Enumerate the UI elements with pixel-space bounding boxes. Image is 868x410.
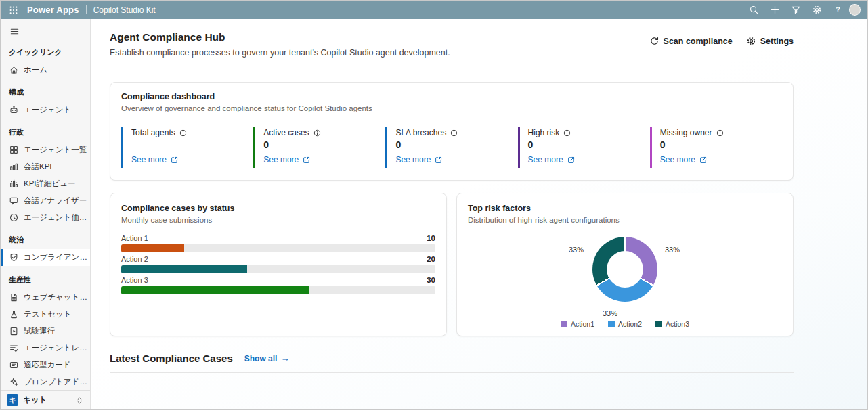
- sidebar-item-conversation-kpi[interactable]: 会話KPI: [1, 158, 90, 175]
- add-icon[interactable]: [767, 3, 782, 18]
- sidebar-item-label: 会話アナライザー: [24, 196, 87, 206]
- bar-category-label: Action 1: [121, 234, 148, 242]
- shield-check-icon: [9, 252, 19, 263]
- sidebar-item-agent-list[interactable]: エージェント一覧: [1, 141, 90, 158]
- avatar[interactable]: [849, 4, 861, 16]
- toolbar-button-label: Settings: [760, 37, 794, 46]
- sidebar-item-prompt-advisor[interactable]: プロンプトアドバイ...: [1, 373, 90, 390]
- environment-label: キット: [23, 395, 47, 405]
- kpi-value: 0: [528, 139, 645, 152]
- donut-chart: 33%33%33%: [592, 237, 657, 302]
- kpi-value: 0: [263, 139, 380, 152]
- info-icon[interactable]: [179, 129, 188, 137]
- topbar-divider: [86, 5, 87, 14]
- sidebar-item-agent-review[interactable]: エージェントレビュ...: [1, 340, 90, 357]
- scan-compliance-button[interactable]: Scan compliance: [649, 36, 733, 46]
- sidebar-item-home[interactable]: ホーム: [1, 62, 90, 78]
- see-more-link[interactable]: See more: [263, 155, 311, 164]
- info-icon[interactable]: [716, 129, 724, 137]
- settings-icon[interactable]: [809, 3, 824, 18]
- see-more-link[interactable]: See more: [131, 155, 179, 164]
- sidebar-item-label: テストセット: [24, 309, 72, 319]
- info-icon[interactable]: [563, 129, 571, 137]
- hamburger-icon[interactable]: [7, 25, 22, 39]
- sidebar-item-conversation-analyzer[interactable]: 会話アナライザー: [1, 192, 90, 209]
- environment-picker[interactable]: キ キット: [1, 390, 90, 409]
- refresh-icon: [649, 36, 659, 46]
- slice-label: 33%: [603, 309, 617, 317]
- see-more-link[interactable]: See more: [395, 155, 443, 164]
- sidebar-section-header: 行政: [1, 118, 90, 141]
- sidebar-item-adaptive-cards[interactable]: 適応型カード: [1, 357, 90, 373]
- flask-icon: [9, 309, 19, 319]
- kpi-value: 0: [660, 139, 777, 152]
- bar-row: Action 220: [121, 255, 435, 273]
- waffle-icon[interactable]: [5, 3, 22, 18]
- compliance-dashboard-card: Compliance dashboard Overview of governa…: [110, 82, 794, 181]
- kpi-active-cases: Active cases0See more: [253, 127, 385, 168]
- legend-swatch: [561, 321, 567, 327]
- sidebar-item-kpi-detail-view[interactable]: KPI詳細ビュー: [1, 175, 90, 192]
- legend-label: Action2: [618, 320, 642, 328]
- sidebar-item-agents[interactable]: エージェント: [1, 101, 90, 118]
- kpi-label: Active cases: [263, 128, 309, 137]
- legend-item: Action1: [561, 320, 594, 328]
- see-more-link[interactable]: See more: [660, 155, 708, 164]
- slice-label: 33%: [569, 246, 584, 254]
- external-link-icon: [567, 156, 576, 164]
- donut-hole: [607, 251, 643, 288]
- sidebar-item-test-set[interactable]: テストセット: [1, 306, 90, 323]
- external-link-icon: [434, 156, 443, 164]
- legend-item: Action2: [608, 320, 642, 328]
- clock-icon: [9, 212, 19, 223]
- kpi-total-agents: Total agentsSee more: [121, 127, 253, 168]
- see-more-label: See more: [395, 155, 431, 164]
- bar-value-label: 10: [427, 234, 435, 242]
- app-name: Copilot Studio Kit: [93, 5, 156, 15]
- sidebar-item-label: エージェント一覧: [24, 145, 87, 155]
- sparkle-icon: [9, 377, 19, 387]
- sidebar-item-web-chat-playground[interactable]: ウェブチャットプレ...: [1, 289, 90, 306]
- review-icon: [9, 343, 19, 353]
- sidebar-section-header: 生産性: [1, 266, 90, 289]
- sidebar-item-test-run[interactable]: 試験運行: [1, 323, 90, 340]
- info-icon[interactable]: [450, 129, 458, 137]
- kpi-sla-breaches: SLA breaches0See more: [385, 127, 517, 168]
- bar-chart: Action 110Action 220Action 330: [121, 234, 435, 294]
- sidebar-item-label: コンプライアンスハブ: [24, 252, 87, 263]
- search-icon[interactable]: [746, 3, 761, 18]
- kpi-label: Missing owner: [660, 128, 712, 137]
- bar-fill: [121, 265, 247, 273]
- kpi-value: [131, 139, 248, 152]
- sidebar-section-header: 構成: [1, 78, 90, 101]
- slice-label: 33%: [665, 246, 680, 254]
- sidebar-item-compliance-hub[interactable]: コンプライアンスハブ: [1, 249, 90, 266]
- grid-icon: [9, 145, 19, 155]
- legend-item: Action3: [655, 320, 689, 328]
- sidebar: クイックリンクホーム構成エージェント行政エージェント一覧会話KPIKPI詳細ビュ…: [1, 19, 91, 409]
- kpi-missing-owner: Missing owner0See more: [650, 127, 782, 168]
- environment-badge: キ: [7, 394, 18, 406]
- external-link-icon: [302, 156, 311, 164]
- see-more-label: See more: [131, 155, 167, 164]
- latest-cases-title: Latest Compliance Cases: [110, 352, 233, 364]
- kpi-label: High risk: [528, 128, 560, 137]
- settings-button[interactable]: Settings: [746, 36, 794, 46]
- kpi-label: Total agents: [131, 128, 175, 137]
- show-all-link[interactable]: Show all →: [244, 354, 290, 363]
- bar-chart-title: Compliance cases by status: [121, 204, 435, 213]
- info-icon[interactable]: [313, 129, 322, 137]
- dashboard-subtitle: Overview of governance and compliance st…: [121, 104, 782, 112]
- sidebar-item-agent-value-overview[interactable]: エージェント価値概要: [1, 209, 90, 226]
- sidebar-item-label: 適応型カード: [24, 360, 71, 370]
- see-more-link[interactable]: See more: [528, 155, 576, 164]
- topbar-actions: ?: [746, 3, 845, 18]
- bar-fill: [121, 244, 184, 252]
- settings-icon: [746, 36, 756, 46]
- sidebar-section-header: 統治: [1, 226, 90, 249]
- filter-icon[interactable]: [788, 3, 803, 18]
- page-header: Agent Compliance Hub Establish complianc…: [110, 30, 794, 58]
- donut-chart-title: Top risk factors: [468, 204, 782, 213]
- kpi-high-risk: High risk0See more: [518, 127, 650, 168]
- help-icon[interactable]: ?: [830, 3, 845, 18]
